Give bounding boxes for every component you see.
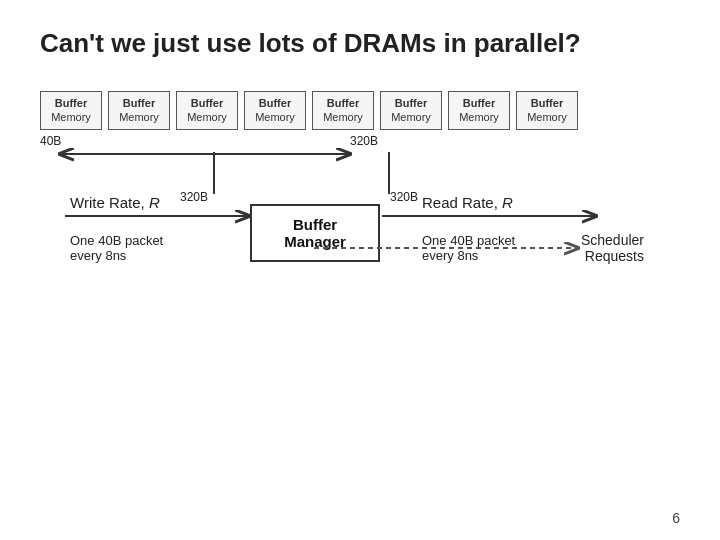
buffer-box-8: Buffer Memory (516, 91, 578, 130)
write-rate-section: Write Rate, R One 40B packetevery 8ns (70, 194, 163, 263)
buffer-box-1: Buffer Memory (40, 91, 102, 130)
slide: Can't we just use lots of DRAMs in paral… (0, 0, 720, 540)
write-arrow (65, 208, 255, 224)
buffer-box-6: Buffer Memory (380, 91, 442, 130)
buffer-box-5: Buffer Memory (312, 91, 374, 130)
arrow-section: 40B 320B 320B 320B Write Rat (40, 132, 680, 262)
label-320b-left: 320B (180, 190, 208, 204)
dram-row: Buffer Memory Buffer Memory Buffer Memor… (40, 91, 680, 130)
slide-title: Can't we just use lots of DRAMs in paral… (40, 28, 680, 59)
top-arrow-left (54, 146, 356, 162)
vert-line-left (213, 152, 215, 194)
write-sub: One 40B packetevery 8ns (70, 233, 163, 263)
vert-line-right (388, 152, 390, 194)
buffer-box-2: Buffer Memory (108, 91, 170, 130)
page-number: 6 (672, 510, 680, 526)
read-arrow (382, 208, 602, 224)
dotted-arrow (314, 240, 584, 256)
buffer-box-7: Buffer Memory (448, 91, 510, 130)
label-320b-right: 320B (390, 190, 418, 204)
buffer-box-3: Buffer Memory (176, 91, 238, 130)
buffer-box-4: Buffer Memory (244, 91, 306, 130)
scheduler-label: SchedulerRequests (581, 232, 644, 264)
